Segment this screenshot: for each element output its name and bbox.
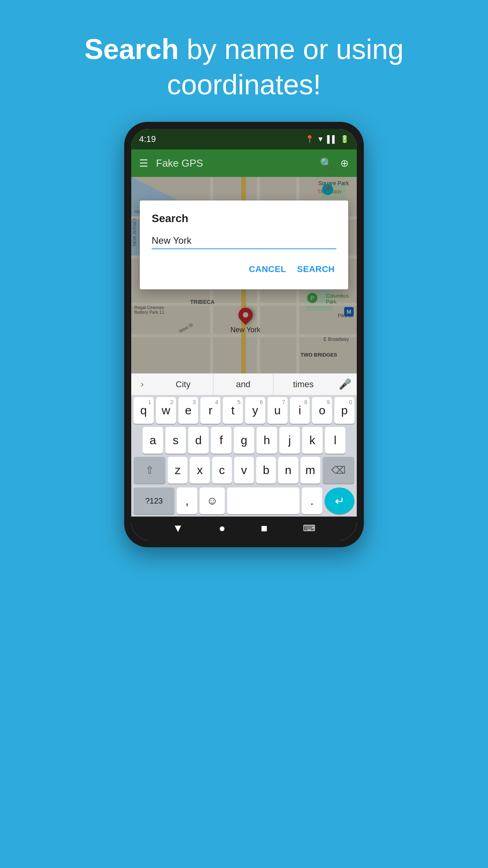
hero-text: Search by name or using coordinates! <box>0 0 488 122</box>
key-p[interactable]: 0p <box>334 397 354 424</box>
emoji-key[interactable]: ☺ <box>200 487 225 514</box>
key-c[interactable]: c <box>212 457 232 484</box>
key-a[interactable]: a <box>143 427 163 454</box>
comma-label: , <box>185 495 189 507</box>
space-key[interactable] <box>227 487 299 514</box>
numbers-label: ?123 <box>145 497 163 506</box>
comma-key[interactable]: , <box>177 487 197 514</box>
recents-nav-button[interactable]: ■ <box>261 522 268 535</box>
status-time: 4:19 <box>139 134 156 144</box>
gps-target-icon[interactable]: ⊕ <box>340 157 349 169</box>
app-bar-actions: 🔍 ⊕ <box>320 157 349 169</box>
key-e[interactable]: 3e <box>178 397 198 424</box>
app-bar: ☰ Fake GPS 🔍 ⊕ <box>131 149 357 177</box>
key-m[interactable]: m <box>301 457 320 484</box>
nav-bar: ▼ ● ■ ⌨ <box>131 517 357 540</box>
mic-icon[interactable]: 🎤 <box>333 378 357 390</box>
key-r[interactable]: 4r <box>200 397 220 424</box>
key-y[interactable]: 6y <box>245 397 265 424</box>
key-b[interactable]: b <box>256 457 276 484</box>
numbers-key[interactable]: ?123 <box>134 487 174 514</box>
phone-frame: 4:19 📍 ▼ ▌▌ 🔋 ☰ Fake GPS 🔍 ⊕ <box>124 122 364 547</box>
signal-status-icon: ▌▌ <box>327 135 337 143</box>
keyboard-suggestions: › City and times 🎤 <box>131 373 357 395</box>
key-l[interactable]: l <box>325 427 345 454</box>
key-s[interactable]: s <box>165 427 186 454</box>
suggestion-times[interactable]: times <box>273 373 333 395</box>
backspace-icon: ⌫ <box>331 464 346 476</box>
keyboard-row-1: 1q 2w 3e 4r 5t 6y 7u 8i 9o 0p <box>131 395 357 425</box>
key-t[interactable]: 5t <box>223 397 243 424</box>
search-dialog: Search CANCEL SEARCH <box>140 200 348 289</box>
shift-key[interactable]: ⇧ <box>134 457 165 484</box>
phone-screen: 4:19 📍 ▼ ▌▌ 🔋 ☰ Fake GPS 🔍 ⊕ <box>131 129 357 540</box>
dialog-actions: CANCEL SEARCH <box>152 261 336 278</box>
backspace-key[interactable]: ⌫ <box>323 457 354 484</box>
status-bar: 4:19 📍 ▼ ▌▌ 🔋 <box>131 129 357 149</box>
keyboard: › City and times 🎤 1q 2w 3e 4r 5t 6y 7u … <box>131 373 357 517</box>
menu-icon[interactable]: ☰ <box>139 157 148 169</box>
key-w[interactable]: 2w <box>156 397 176 424</box>
hero-normal: by name or using coordinates! <box>167 33 404 100</box>
location-status-icon: 📍 <box>305 135 314 143</box>
dialog-title: Search <box>152 212 336 225</box>
key-i[interactable]: 8i <box>290 397 310 424</box>
expand-icon[interactable]: › <box>131 373 153 395</box>
keyboard-row-4: ?123 , ☺ . ↵ <box>131 485 357 517</box>
search-input[interactable] <box>152 233 336 249</box>
key-q[interactable]: 1q <box>134 397 154 424</box>
cancel-button[interactable]: CANCEL <box>247 261 288 278</box>
enter-icon: ↵ <box>335 494 345 508</box>
key-o[interactable]: 9o <box>312 397 332 424</box>
key-f[interactable]: f <box>211 427 231 454</box>
period-label: . <box>310 495 314 507</box>
keyboard-row-3: ⇧ z x c v b n m ⌫ <box>131 455 357 485</box>
keyboard-row-2: a s d f g h j k l <box>131 425 357 455</box>
dialog-overlay: Search CANCEL SEARCH <box>131 177 357 373</box>
map-area[interactable]: Square Park The Dutch Holland Tunnel NEW… <box>131 177 357 373</box>
hero-bold: Search <box>84 33 179 65</box>
key-x[interactable]: x <box>190 457 209 484</box>
key-j[interactable]: j <box>279 427 300 454</box>
key-h[interactable]: h <box>257 427 277 454</box>
key-n[interactable]: n <box>278 457 298 484</box>
key-g[interactable]: g <box>234 427 254 454</box>
battery-status-icon: 🔋 <box>340 135 349 143</box>
emoji-icon: ☺ <box>207 495 218 507</box>
key-d[interactable]: d <box>188 427 209 454</box>
wifi-status-icon: ▼ <box>317 135 324 143</box>
search-icon[interactable]: 🔍 <box>320 157 332 169</box>
key-z[interactable]: z <box>168 457 187 484</box>
key-k[interactable]: k <box>302 427 323 454</box>
key-v[interactable]: v <box>234 457 254 484</box>
home-nav-button[interactable]: ● <box>219 522 226 535</box>
status-icons: 📍 ▼ ▌▌ 🔋 <box>305 135 349 143</box>
keyboard-nav-button[interactable]: ⌨ <box>303 523 316 533</box>
suggestion-and[interactable]: and <box>213 373 273 395</box>
app-title: Fake GPS <box>156 157 320 169</box>
search-button[interactable]: SEARCH <box>295 261 336 278</box>
enter-key[interactable]: ↵ <box>325 487 354 514</box>
suggestion-city[interactable]: City <box>153 373 213 395</box>
back-nav-button[interactable]: ▼ <box>172 522 183 535</box>
period-key[interactable]: . <box>302 487 322 514</box>
key-u[interactable]: 7u <box>268 397 288 424</box>
shift-icon: ⇧ <box>145 464 154 476</box>
